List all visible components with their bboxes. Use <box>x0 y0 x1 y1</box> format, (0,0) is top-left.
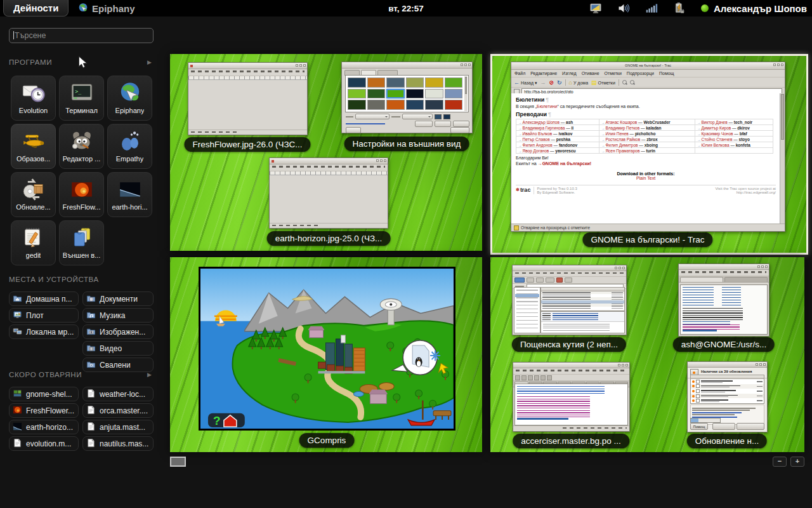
reload-button[interactable]: ↻ <box>557 79 562 86</box>
home-button[interactable]: ⌂ У дома <box>569 79 588 86</box>
wallpaper-thumb[interactable] <box>367 89 386 99</box>
side-item[interactable]: Домашна п... <box>9 291 79 306</box>
update-checkbox[interactable] <box>696 384 700 388</box>
user-menu[interactable]: Александър Шопов <box>701 3 807 14</box>
update-checkbox[interactable] <box>696 389 700 393</box>
app-item-empathy[interactable]: Empathy <box>107 124 152 169</box>
cancel-button[interactable] <box>712 423 735 430</box>
browser-menu-item[interactable]: Помощ <box>659 71 674 76</box>
color-swatch-1[interactable] <box>435 114 442 119</box>
window-gimp-earth-horizon[interactable] <box>269 157 388 229</box>
window-terminal[interactable] <box>678 264 769 337</box>
search-input[interactable] <box>9 28 154 43</box>
app-item-gcompris[interactable]: Образов... <box>11 124 56 169</box>
wallpaper-thumb[interactable] <box>348 77 366 88</box>
workspace-view-toggle[interactable] <box>170 457 186 467</box>
browser-scrollbar[interactable] <box>780 93 785 224</box>
app-item-evolution[interactable]: Evolution <box>11 76 56 121</box>
window-gimp-freshflower[interactable] <box>188 62 308 135</box>
colors-dropdown[interactable] <box>402 114 433 119</box>
app-item-gimp[interactable]: Редактор ... <box>59 124 104 169</box>
wallpaper-thumb[interactable] <box>367 100 386 110</box>
wallpaper-thumb[interactable] <box>367 77 386 88</box>
workspace-4[interactable]: Пощенска кутия (2 неп... ash@GNOME:/usr/… <box>490 257 804 452</box>
window-gcompris[interactable]: ? <box>199 267 455 431</box>
wallpaper-thumb[interactable] <box>425 77 443 88</box>
window-gedit-po-file[interactable] <box>513 362 630 432</box>
bookmarks-button[interactable]: ▤ Отметки <box>591 79 615 86</box>
focused-app-menu[interactable]: Epiphany <box>77 0 135 17</box>
side-item[interactable]: Музика <box>82 308 154 323</box>
recent-expand-arrow-icon[interactable] <box>147 371 152 378</box>
app-item-image-earth[interactable]: earth-hori... <box>107 172 152 217</box>
update-row[interactable] <box>691 384 764 389</box>
workspace-3[interactable]: ? GCompris <box>170 257 482 452</box>
display-icon[interactable] <box>589 2 602 15</box>
update-row[interactable] <box>691 398 764 403</box>
wallpaper-thumb[interactable] <box>445 77 463 88</box>
app-item-image-flower[interactable]: FreshFlow... <box>59 172 104 217</box>
update-checkbox[interactable] <box>696 399 700 403</box>
side-item[interactable]: Плот <box>9 308 79 323</box>
update-row[interactable] <box>691 379 764 384</box>
wallpaper-thumb[interactable] <box>425 100 443 110</box>
wallpaper-thumb[interactable] <box>386 100 405 110</box>
window-evolution[interactable] <box>512 265 627 335</box>
window-appearance-preferences[interactable] <box>341 62 473 133</box>
browser-menu-item[interactable]: Файл <box>514 71 525 76</box>
get-more-backgrounds-link[interactable] <box>346 123 385 124</box>
update-checkbox[interactable] <box>696 380 700 384</box>
window-update-manager[interactable]: Налични са 39 обновления <box>687 361 768 432</box>
app-item-gedit[interactable]: gedit <box>11 220 56 265</box>
wallpaper-thumb[interactable] <box>445 100 463 110</box>
network-signal-icon[interactable] <box>645 2 658 15</box>
side-item[interactable]: weather-loc... <box>82 387 154 401</box>
clock[interactable]: вт, 22:57 <box>388 0 424 17</box>
workspace-2-active[interactable]: GNOME на български! - Trac ФайлРедактира… <box>490 54 808 255</box>
gnome-bg-link[interactable]: →GNOME на български! <box>538 161 591 166</box>
install-updates-button[interactable] <box>737 423 764 430</box>
browser-menu-item[interactable]: Отметки <box>605 71 622 76</box>
side-item[interactable]: Свалени <box>82 358 154 372</box>
update-checkbox[interactable] <box>696 394 700 398</box>
help-button[interactable] <box>346 127 361 133</box>
window-epiphany-trac[interactable]: GNOME на български! - Trac ФайлРедактира… <box>511 62 785 232</box>
update-row[interactable] <box>691 389 764 394</box>
color-swatch-2[interactable] <box>443 114 450 119</box>
bulletins-link[interactable]: Бюлетини <box>537 104 557 109</box>
stop-button[interactable]: ⊘ <box>549 79 554 86</box>
app-item-epiphany[interactable]: Epiphany <box>107 76 152 121</box>
wallpaper-thumb[interactable] <box>406 100 424 110</box>
browser-menu-item[interactable]: Подпрозорци <box>627 71 654 76</box>
side-item[interactable]: anjuta.mast... <box>82 420 154 434</box>
wallpaper-thumb[interactable] <box>348 89 366 99</box>
plain-text-link[interactable]: Plain Text <box>516 176 776 180</box>
side-item[interactable]: FreshFlower... <box>9 403 79 418</box>
close-button[interactable] <box>450 127 469 133</box>
browser-menu-item[interactable]: Отиване <box>582 71 599 76</box>
zoom-in-icon[interactable] <box>630 80 634 84</box>
wallpaper-thumb[interactable] <box>386 77 405 88</box>
add-workspace-button[interactable]: + <box>790 457 804 467</box>
side-item[interactable]: Локална мр... <box>9 324 79 339</box>
zoom-out-icon[interactable] <box>622 80 627 84</box>
app-item-appearance[interactable]: Външен в... <box>59 220 104 265</box>
volume-icon[interactable] <box>617 2 630 15</box>
side-item[interactable]: evolution.m... <box>9 436 79 451</box>
wallpaper-thumb[interactable] <box>406 77 424 88</box>
wallpaper-thumb[interactable] <box>406 89 424 99</box>
changelog-link[interactable] <box>692 412 742 413</box>
workspace-1[interactable]: FreshFlower.jpg-26.0 (ЧЗС... <box>170 54 482 251</box>
update-row[interactable] <box>691 394 764 399</box>
back-button[interactable]: ← Назад ▾ <box>514 79 537 86</box>
help-button[interactable]: Помощ <box>690 423 708 430</box>
wallpaper-thumb[interactable] <box>386 89 405 99</box>
style-dropdown[interactable] <box>355 114 390 119</box>
side-item[interactable]: orca.master.... <box>82 403 154 418</box>
browser-menu-item[interactable]: Изглед <box>562 71 577 76</box>
side-item[interactable]: Изображен... <box>82 324 154 339</box>
browser-menu-item[interactable]: Редактиране <box>530 71 557 76</box>
wallpaper-thumb[interactable] <box>445 89 463 99</box>
app-item-update[interactable]: Обновле... <box>11 172 56 217</box>
forward-button[interactable]: → <box>540 79 546 86</box>
